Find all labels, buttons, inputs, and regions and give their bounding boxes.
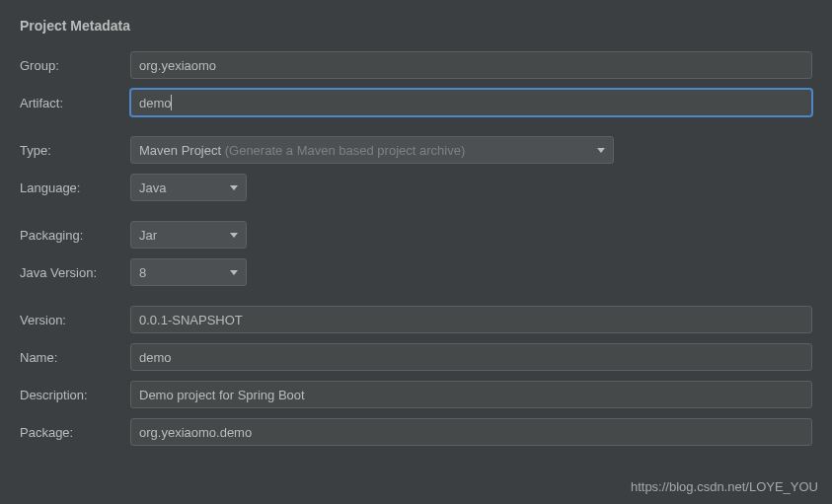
watermark: https://blog.csdn.net/LOYE_YOU bbox=[631, 479, 818, 494]
label-description: Description: bbox=[20, 388, 130, 402]
type-select-label: Maven Project (Generate a Maven based pr… bbox=[139, 143, 465, 158]
label-java-version: Java Version: bbox=[20, 265, 130, 280]
row-group: Group: bbox=[20, 51, 812, 79]
label-type: Type: bbox=[20, 143, 130, 158]
label-package: Package: bbox=[20, 425, 130, 440]
artifact-input[interactable]: demo bbox=[130, 89, 812, 116]
label-group: Group: bbox=[20, 58, 130, 73]
row-description: Description: bbox=[20, 381, 812, 408]
row-package: Package: bbox=[20, 418, 812, 446]
type-hint: (Generate a Maven based project archive) bbox=[221, 143, 465, 158]
row-name: Name: bbox=[20, 343, 812, 371]
version-input[interactable] bbox=[130, 306, 812, 333]
row-type: Type: Maven Project (Generate a Maven ba… bbox=[20, 136, 812, 164]
row-language: Language: Java bbox=[20, 174, 812, 201]
row-packaging: Packaging: Jar bbox=[20, 221, 812, 249]
packaging-select-label: Jar bbox=[139, 228, 157, 243]
label-language: Language: bbox=[20, 180, 130, 195]
name-input[interactable] bbox=[130, 343, 812, 371]
type-select[interactable]: Maven Project (Generate a Maven based pr… bbox=[130, 136, 614, 164]
chevron-down-icon bbox=[230, 270, 238, 275]
language-select[interactable]: Java bbox=[130, 174, 247, 201]
type-main: Maven Project bbox=[139, 143, 221, 158]
label-artifact: Artifact: bbox=[20, 96, 130, 110]
language-select-label: Java bbox=[139, 180, 166, 195]
row-version: Version: bbox=[20, 306, 812, 333]
description-input[interactable] bbox=[130, 381, 812, 408]
label-version: Version: bbox=[20, 313, 130, 327]
group-input[interactable] bbox=[130, 51, 812, 79]
row-java-version: Java Version: 8 bbox=[20, 258, 812, 286]
chevron-down-icon bbox=[230, 233, 238, 238]
package-input[interactable] bbox=[130, 418, 812, 446]
packaging-select[interactable]: Jar bbox=[130, 221, 247, 249]
row-artifact: Artifact: demo bbox=[20, 89, 812, 116]
java-version-select-label: 8 bbox=[139, 265, 146, 280]
text-cursor bbox=[171, 95, 172, 110]
chevron-down-icon bbox=[597, 148, 605, 153]
java-version-select[interactable]: 8 bbox=[130, 258, 247, 286]
label-packaging: Packaging: bbox=[20, 228, 130, 243]
artifact-value: demo bbox=[139, 96, 172, 110]
chevron-down-icon bbox=[230, 185, 238, 190]
section-title: Project Metadata bbox=[20, 18, 812, 34]
label-name: Name: bbox=[20, 350, 130, 365]
